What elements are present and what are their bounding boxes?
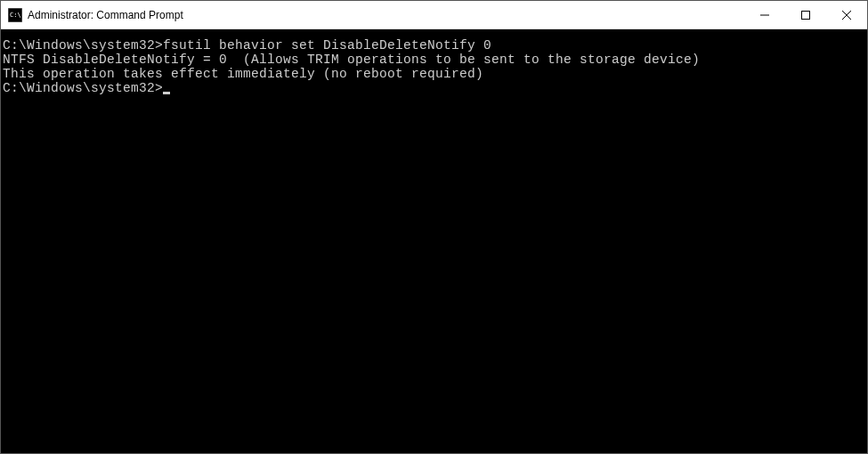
minimize-icon bbox=[760, 11, 769, 20]
terminal-line: C:\Windows\system32>fsutil behavior set … bbox=[3, 38, 865, 53]
window-title: Administrator: Command Prompt bbox=[28, 9, 744, 21]
cmd-icon: C:\ bbox=[8, 8, 22, 22]
terminal-prompt: C:\Windows\system32> bbox=[3, 81, 163, 95]
terminal-line: This operation takes effect immediately … bbox=[3, 67, 865, 81]
close-button[interactable] bbox=[826, 1, 867, 28]
minimize-button[interactable] bbox=[744, 1, 785, 28]
terminal-line: NTFS DisableDeleteNotify = 0 (Allows TRI… bbox=[3, 53, 865, 67]
maximize-button[interactable] bbox=[785, 1, 826, 28]
svg-text:C:\: C:\ bbox=[10, 12, 21, 19]
command-prompt-window: C:\ Administrator: Command Prompt bbox=[0, 0, 868, 454]
titlebar[interactable]: C:\ Administrator: Command Prompt bbox=[1, 1, 867, 29]
terminal-output[interactable]: C:\Windows\system32>fsutil behavior set … bbox=[1, 29, 867, 453]
svg-rect-3 bbox=[802, 11, 810, 19]
close-icon bbox=[842, 11, 851, 20]
maximize-icon bbox=[801, 11, 810, 20]
window-controls bbox=[744, 1, 867, 28]
cursor bbox=[163, 92, 170, 94]
